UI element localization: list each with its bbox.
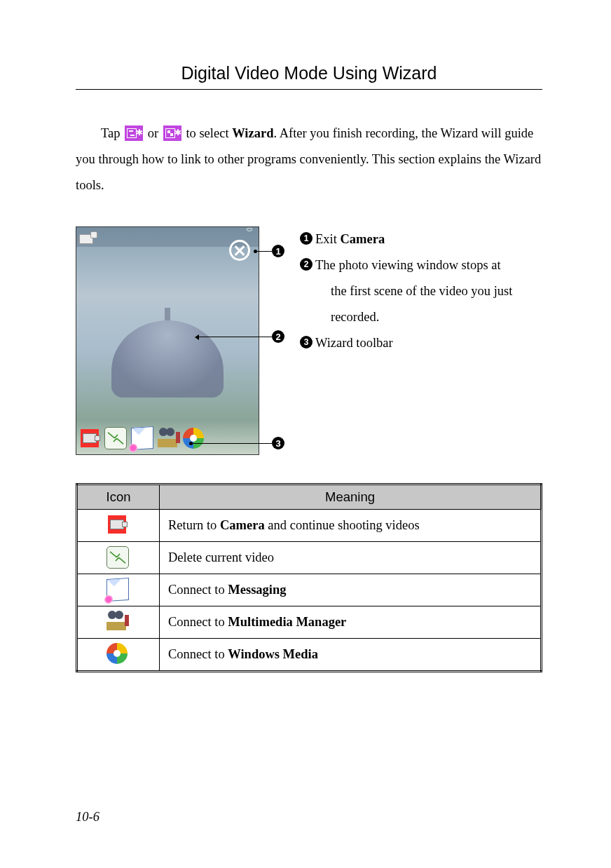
icon-meaning-table: Icon Meaning Return to Camera and contin… (76, 483, 542, 672)
legend-badge-3: 3 (300, 336, 313, 348)
table-row: Return to Camera and continue shooting v… (77, 510, 542, 542)
table-windows-media-icon (107, 643, 130, 663)
camcorder-icon (79, 230, 97, 244)
header-icon: Icon (77, 484, 160, 510)
callout-legend: 1 Exit Camera 2 The photo viewing window… (300, 226, 512, 356)
diagram-row: 00:00 1 2 3 (76, 226, 542, 455)
page-title: Digital Video Mode Using Wizard (76, 63, 542, 90)
legend-badge-2: 2 (300, 258, 313, 271)
legend-item-1: 1 Exit Camera (300, 226, 512, 252)
page-number: 10-6 (76, 810, 99, 825)
toolbar-camera-icon (79, 428, 100, 449)
legend-badge-1: 1 (300, 232, 313, 245)
legend-text-2b: the first scene of the video you just (315, 278, 512, 304)
screenshot-wrapper: 00:00 1 2 3 (76, 226, 286, 455)
table-messaging-icon (107, 578, 130, 598)
header-meaning: Meaning (160, 484, 542, 510)
callout-badge-1: 1 (272, 245, 284, 257)
table-meaning-3: Connect to Messaging (160, 574, 542, 606)
manual-page: Digital Video Mode Using Wizard Tap ✱ or… (0, 0, 611, 868)
legend-text-3: Wizard toolbar (315, 330, 512, 356)
table-row: Connect to Multimedia Manager (77, 606, 542, 639)
intro-text-mid: or (148, 126, 162, 140)
table-camera-icon (107, 514, 130, 534)
legend-text-1a: Exit (315, 232, 340, 246)
table-row: Connect to Messaging (77, 574, 542, 606)
table-meaning-5: Connect to Windows Media (160, 639, 542, 672)
table-delete-icon (107, 546, 130, 566)
intro-paragraph: Tap ✱ or ✱ to select Wizard. After you f… (76, 121, 542, 198)
callout-line-2: 2 (196, 330, 284, 343)
legend-item-3: 3 Wizard toolbar (300, 330, 512, 356)
table-multimedia-icon (107, 611, 130, 630)
recording-timer: 00:00 (245, 226, 253, 231)
legend-text-2a: The photo viewing window stops at (315, 258, 501, 272)
intro-wizard-word: Wizard (232, 126, 273, 140)
table-meaning-1: Return to Camera and continue shooting v… (160, 510, 542, 542)
toolbar-delete-icon (104, 427, 127, 449)
table-row: Delete current video (77, 542, 542, 574)
table-meaning-2: Delete current video (160, 542, 542, 574)
intro-text-post-a: to select (186, 126, 232, 140)
close-icon (229, 240, 250, 261)
toolbar-messaging-icon (131, 426, 153, 450)
intro-text-post-b: . After you finish recording, the Wizard… (76, 126, 541, 192)
table-meaning-4: Connect to Multimedia Manager (160, 606, 542, 639)
table-row: Connect to Windows Media (77, 639, 542, 672)
wizard-toggle-icon-a: ✱ (125, 126, 143, 141)
legend-item-2: 2 The photo viewing window stops at the … (300, 252, 512, 330)
toolbar-multimedia-icon (158, 428, 179, 449)
table-header-row: Icon Meaning (77, 484, 542, 510)
intro-text-pre: Tap (101, 126, 123, 140)
callout-line-3: 3 (191, 437, 284, 449)
callout-badge-2: 2 (272, 330, 284, 343)
legend-text-2c: recorded. (315, 304, 512, 330)
wizard-toggle-icon-b: ✱ (163, 126, 181, 141)
callout-line-1: 1 (255, 245, 284, 257)
callout-badge-3: 3 (272, 437, 284, 449)
legend-text-1b: Camera (340, 232, 385, 246)
